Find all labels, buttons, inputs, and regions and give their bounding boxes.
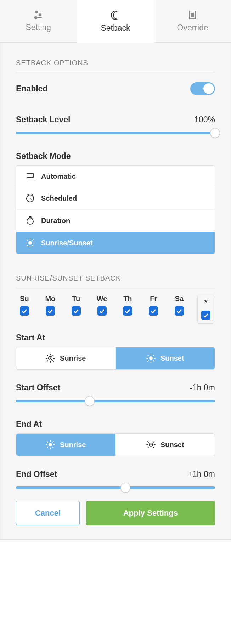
end-sunset[interactable]: Sunset — [116, 434, 215, 456]
day-we-label: We — [97, 295, 107, 303]
day-mo[interactable]: Mo — [43, 295, 58, 316]
sunset-icon — [146, 440, 156, 449]
sunset-icon — [146, 354, 156, 363]
end-offset-slider[interactable] — [16, 483, 215, 493]
day-th-label: Th — [123, 295, 132, 303]
start-sunset-label: Sunset — [160, 354, 184, 362]
mode-scheduled-label: Scheduled — [41, 194, 77, 202]
section-sunrise-sunset: SUNRISE/SUNSET SETBACK — [16, 268, 215, 288]
day-sa-label: Sa — [175, 295, 184, 303]
day-fr[interactable]: Fr — [146, 295, 161, 316]
mode-automatic-label: Automatic — [41, 172, 76, 181]
mode-duration[interactable]: Duration — [16, 209, 215, 232]
mode-label-row: Setback Mode — [16, 146, 215, 162]
day-su[interactable]: Su — [17, 295, 32, 316]
tabs: Setting Setback Override — [0, 0, 231, 43]
moon-icon — [110, 10, 121, 21]
start-at-segmented: Sunrise Sunset — [16, 347, 215, 370]
day-fr-label: Fr — [150, 295, 157, 303]
apply-button[interactable]: Apply Settings — [86, 501, 215, 525]
setback-panel: SETBACK OPTIONS Enabled Setback Level 10… — [0, 43, 231, 540]
day-su-label: Su — [20, 295, 29, 303]
section-setback-options: SETBACK OPTIONS — [16, 52, 215, 73]
mode-scheduled[interactable]: Scheduled — [16, 187, 215, 209]
day-sa-checkbox[interactable] — [175, 306, 184, 316]
laptop-icon — [26, 172, 35, 181]
start-offset-label: Start Offset — [16, 383, 60, 393]
day-sa[interactable]: Sa — [171, 295, 187, 316]
mode-list: Automatic Scheduled Duration Sunrise/Sun… — [16, 165, 215, 254]
day-tu-checkbox[interactable] — [72, 306, 81, 316]
end-offset-label: End Offset — [16, 470, 57, 479]
day-we[interactable]: We — [94, 295, 110, 316]
level-slider[interactable] — [16, 128, 215, 138]
mode-automatic[interactable]: Automatic — [16, 166, 215, 187]
days-row: Su Mo Tu We Th Fr Sa * — [16, 293, 215, 328]
start-offset-slider[interactable] — [16, 396, 215, 406]
mode-label: Setback Mode — [16, 151, 71, 161]
mode-duration-label: Duration — [41, 217, 70, 225]
end-offset-value: +1h 0m — [188, 470, 215, 479]
stopwatch-icon — [26, 216, 35, 225]
day-mo-label: Mo — [45, 295, 55, 303]
start-offset-value: -1h 0m — [190, 383, 215, 393]
day-we-checkbox[interactable] — [97, 306, 107, 316]
tab-setback[interactable]: Setback — [77, 0, 154, 43]
end-offset-row: End Offset +1h 0m — [16, 465, 215, 481]
day-th-checkbox[interactable] — [123, 306, 132, 316]
end-at-label: End At — [16, 420, 42, 429]
sunrise-icon — [46, 354, 55, 363]
tab-override[interactable]: Override — [154, 0, 231, 43]
day-mo-checkbox[interactable] — [46, 306, 55, 316]
start-sunrise-label: Sunrise — [60, 354, 86, 362]
start-at-row: Start At — [16, 328, 215, 344]
enabled-row: Enabled — [16, 77, 215, 100]
end-at-segmented: Sunrise Sunset — [16, 433, 215, 456]
end-at-row: End At — [16, 415, 215, 431]
day-all-checkbox[interactable] — [201, 311, 210, 320]
enabled-toggle[interactable] — [190, 82, 215, 95]
enabled-label: Enabled — [16, 84, 47, 94]
day-all[interactable]: * — [197, 295, 214, 324]
level-value: 100% — [194, 115, 215, 124]
day-su-checkbox[interactable] — [20, 306, 29, 316]
footer: Cancel Apply Settings — [16, 501, 215, 525]
day-all-label: * — [204, 299, 207, 307]
day-fr-checkbox[interactable] — [149, 306, 158, 316]
day-tu[interactable]: Tu — [68, 295, 84, 316]
level-label: Setback Level — [16, 115, 70, 124]
sunrise-icon — [46, 440, 55, 449]
sun-icon — [26, 238, 35, 248]
mode-sunrise-sunset[interactable]: Sunrise/Sunset — [16, 232, 215, 254]
clock-icon — [26, 194, 35, 203]
sliders-icon — [33, 10, 44, 20]
tab-setting-label: Setting — [26, 23, 51, 32]
end-sunrise[interactable]: Sunrise — [16, 434, 116, 456]
start-at-label: Start At — [16, 333, 45, 343]
end-sunset-label: Sunset — [160, 441, 184, 449]
level-row: Setback Level 100% — [16, 110, 215, 127]
tab-setback-label: Setback — [101, 23, 130, 33]
day-th[interactable]: Th — [120, 295, 135, 316]
end-sunrise-label: Sunrise — [60, 441, 86, 449]
tab-setting[interactable]: Setting — [0, 0, 77, 43]
day-tu-label: Tu — [72, 295, 80, 303]
start-offset-row: Start Offset -1h 0m — [16, 378, 215, 395]
cancel-button[interactable]: Cancel — [16, 501, 80, 525]
tab-override-label: Override — [177, 23, 208, 33]
override-icon — [187, 10, 198, 20]
start-sunrise[interactable]: Sunrise — [16, 347, 116, 369]
start-sunset[interactable]: Sunset — [116, 347, 215, 369]
mode-sunrise-sunset-label: Sunrise/Sunset — [41, 239, 93, 247]
